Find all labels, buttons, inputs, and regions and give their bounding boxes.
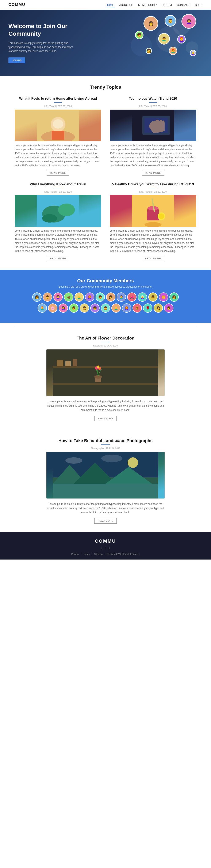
nav-home[interactable]: HOME <box>106 3 114 7</box>
member-avatar-13: 👩 <box>169 292 179 302</box>
card-1-date: FEB 29, 2020 <box>58 105 72 107</box>
trendy-grid: What it Feels to return Home after Livin… <box>10 96 201 261</box>
hero-description: Lorem ipsum is simply dummy text of the … <box>8 41 80 54</box>
divider-2 <box>15 430 196 430</box>
card-1: What it Feels to return Home after Livin… <box>15 96 101 176</box>
hero-cta-button[interactable]: JOIN US <box>8 57 25 63</box>
featured-2-image <box>46 452 165 498</box>
featured-2-read-more[interactable]: READ MORE <box>94 518 117 524</box>
member-avatar-21: 👨‍🦲 <box>111 303 121 313</box>
footer-rss-link[interactable]:  <box>109 547 110 550</box>
card-3: Why Everything Know about Travel Life, T… <box>15 182 101 261</box>
featured-1-category: Lifestyle <box>93 344 102 347</box>
card-3-title: Why Everything Know about Travel <box>15 182 101 187</box>
featured-1-read-more[interactable]: READ MORE <box>94 416 117 421</box>
member-avatar-5: 👩‍🦰 <box>85 292 94 302</box>
card-4-text: Lorem Ipsum is simply dummy text of the … <box>110 229 196 253</box>
card-4-read-more[interactable]: READ MORE <box>142 256 164 261</box>
nav-links: HOME ABOUT US MEMBERSHIP FORUM CONTACT B… <box>106 3 203 6</box>
member-avatar-0: 👩 <box>32 292 42 302</box>
card-2-title: Technology Watch Trend 2020 <box>110 96 196 101</box>
card-2-category: Life, Travel <box>139 105 151 107</box>
trendy-section-title: Trendy Topics <box>0 85 211 90</box>
featured-2-date: 12 AUG, 2019 <box>106 447 120 450</box>
avatar-7: 👩 <box>146 48 152 54</box>
nav-membership[interactable]: MEMBERSHIP <box>138 3 156 6</box>
featured-1-image <box>46 349 165 396</box>
svg-rect-20 <box>53 366 158 368</box>
svg-rect-3 <box>52 131 64 140</box>
avatar-6: 👩‍🦰 <box>177 35 186 43</box>
svg-point-37 <box>65 457 82 464</box>
member-avatar-25: 👩 <box>153 303 163 313</box>
card-2-read-more[interactable]: READ MORE <box>142 170 164 176</box>
featured-1-date: 12 JAN, 2020 <box>104 344 118 347</box>
footer-logo: COMMU <box>4 538 207 544</box>
footer-link-privacy[interactable]: Privacy <box>71 553 79 555</box>
footer-links: Privacy | Terms | Sitemap | Designed Wit… <box>4 553 207 555</box>
member-avatar-6: 👦 <box>96 292 105 302</box>
member-avatar-23: 🌻 <box>133 303 142 313</box>
svg-rect-35 <box>53 484 158 498</box>
featured-2-text: Lorem Ipsum is simply dummy text of the … <box>46 502 165 515</box>
featured-2-title: How to Take Beautiful Landscape Photogra… <box>46 438 165 443</box>
featured-2-divider <box>101 444 110 445</box>
hero-avatars: 👩 👨 👩‍🦱 👦 👨‍🦱 👩‍🦰 👩 👨‍🦰 👩‍🦳 <box>131 14 203 60</box>
avatar-9: 👩‍🦳 <box>190 50 196 56</box>
featured-2: How to Take Beautiful Landscape Photogra… <box>42 438 169 524</box>
svg-point-11 <box>58 204 75 216</box>
nav-blog[interactable]: BLOG <box>195 3 203 6</box>
community-section: Our Community Members Become a part of a… <box>0 270 211 323</box>
avatar-5: 👨‍🦱 <box>158 33 170 44</box>
svg-point-38 <box>101 455 122 462</box>
card-2-image <box>110 110 196 141</box>
member-avatar-3: 🦋 <box>64 292 73 302</box>
nav-contact[interactable]: CONTACT <box>177 3 190 6</box>
member-avatar-7: 👩 <box>106 292 115 302</box>
member-avatar-16: 👩‍🦱 <box>59 303 68 313</box>
card-2-text: Lorem Ipsum is simply dummy text of the … <box>110 143 196 168</box>
nav-about[interactable]: ABOUT US <box>119 3 133 6</box>
card-1-divider <box>54 102 62 103</box>
member-avatar-24: 🌹 <box>143 303 152 313</box>
member-avatar-11: 👨 <box>148 292 157 302</box>
svg-point-29 <box>97 366 99 368</box>
footer-link-terms[interactable]: Terms <box>83 553 90 555</box>
footer: COMMU    Privacy | Terms | Sitemap | … <box>0 532 211 560</box>
featured-1-title: The Art of Flower Decoration <box>46 336 165 341</box>
member-avatar-10: 👩‍🦳 <box>138 292 147 302</box>
svg-rect-8 <box>144 118 168 133</box>
card-1-read-more[interactable]: READ MORE <box>47 170 69 176</box>
card-4-image <box>110 195 196 227</box>
avatar-4: 👦 <box>135 31 143 39</box>
member-avatar-9: 🌺 <box>127 292 137 302</box>
svg-rect-24 <box>73 359 77 366</box>
svg-point-18 <box>159 214 164 219</box>
avatar-1: 👩 <box>143 16 158 31</box>
svg-rect-21 <box>53 383 158 385</box>
avatar-2: 👨 <box>165 15 176 27</box>
footer-link-sitemap[interactable]: Sitemap <box>94 553 103 555</box>
member-avatar-14: 👨‍🦰 <box>38 303 47 313</box>
community-title: Our Community Members <box>4 278 207 284</box>
featured-1-text: Lorem Ipsum is simply dummy text of the … <box>46 399 165 412</box>
member-avatar-4: 👨‍🦲 <box>74 292 84 302</box>
nav-forum[interactable]: FORUM <box>162 3 172 6</box>
member-avatar-20: 👩 <box>101 303 110 313</box>
featured-2-category: Photography <box>91 447 104 450</box>
svg-rect-22 <box>57 360 63 366</box>
avatar-3: 👩‍🦱 <box>181 14 196 29</box>
footer-link-designed[interactable]: Designed With TemplateToaster <box>107 553 140 555</box>
members-row-1: 👩👨👩‍🦱🦋👨‍🦲👩‍🦰👦👩👨‍🦱🌺👩‍🦳👨🌼👩 <box>4 292 207 302</box>
card-1-image <box>15 110 101 141</box>
member-avatar-12: 🌼 <box>159 292 168 302</box>
card-3-image <box>15 195 101 227</box>
footer-twitter-link[interactable]:  <box>105 547 106 550</box>
footer-facebook-link[interactable]:  <box>101 547 102 550</box>
card-3-read-more[interactable]: READ MORE <box>47 256 69 261</box>
card-3-date: FEB 29, 2020 <box>58 190 72 193</box>
site-logo[interactable]: COMMU <box>8 3 25 7</box>
featured-1: The Art of Flower Decoration Lifestyle |… <box>42 336 169 421</box>
member-avatar-19: 👦 <box>90 303 100 313</box>
member-avatar-15: 🌸 <box>48 303 58 313</box>
